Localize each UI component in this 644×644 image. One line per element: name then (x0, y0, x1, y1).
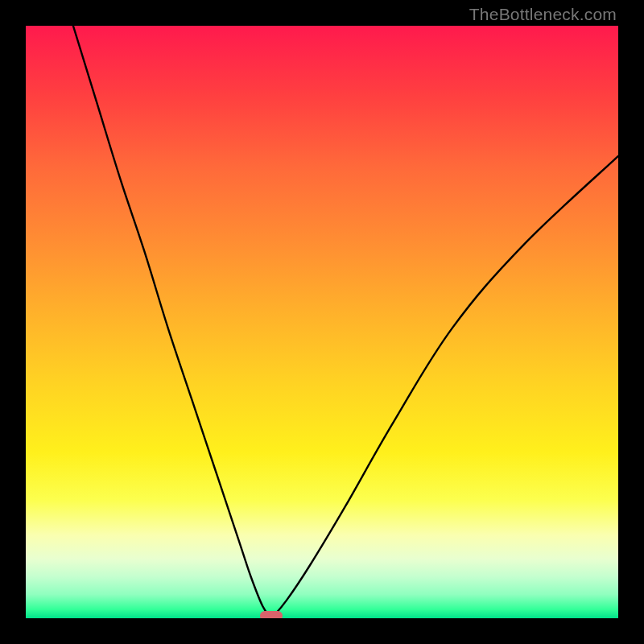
watermark-label: TheBottleneck.com (469, 5, 617, 24)
curve-right-branch (271, 156, 618, 618)
curve-left-branch (73, 26, 272, 618)
plot-area (26, 26, 618, 618)
chart-frame: TheBottleneck.com (0, 0, 644, 644)
bottleneck-curve (26, 26, 618, 618)
optimal-marker (260, 611, 283, 618)
